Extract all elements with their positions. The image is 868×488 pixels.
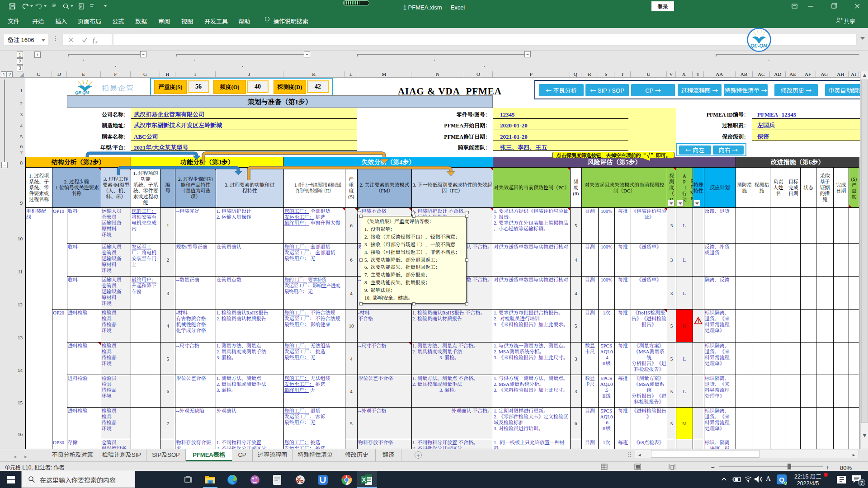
svg-text:x: x bbox=[95, 39, 98, 44]
svg-text:QE-QM: QE-QM bbox=[750, 43, 768, 48]
svg-text:QE-QM: QE-QM bbox=[75, 90, 89, 95]
